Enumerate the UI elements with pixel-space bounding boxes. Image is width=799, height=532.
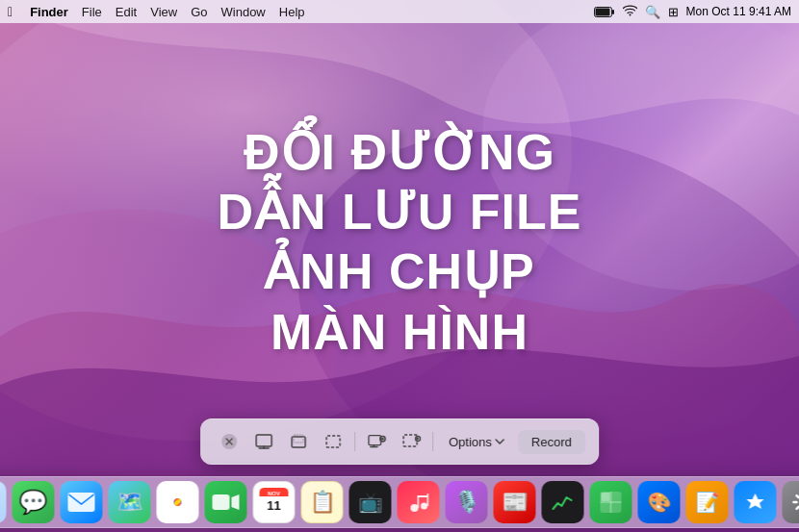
svg-rect-14 [294, 435, 303, 443]
svg-rect-69 [427, 494, 429, 506]
options-label: Options [449, 435, 492, 449]
dock-item-reminders[interactable]: 📋 [301, 481, 344, 523]
menubar-file[interactable]: File [82, 5, 102, 19]
main-content: ĐỔI ĐƯỜNG DẪN LƯU FILE ẢNH CHỤP MÀN HÌNH [200, 122, 600, 363]
svg-rect-70 [418, 495, 428, 497]
svg-rect-45 [68, 493, 95, 512]
capture-selection-icon [323, 432, 343, 451]
dock-item-calendar[interactable]: NOV 11 [253, 481, 296, 523]
capture-window-button[interactable] [283, 426, 314, 457]
headline: ĐỔI ĐƯỜNG DẪN LƯU FILE ẢNH CHỤP MÀN HÌNH [200, 122, 600, 363]
facetime-icon [213, 493, 240, 512]
capture-screen-button[interactable] [248, 426, 279, 457]
reminders-icon: 📋 [309, 490, 335, 515]
menubar-edit[interactable]: Edit [116, 5, 137, 19]
screenshot-toolbar: Options Record [200, 418, 599, 465]
photos-icon [164, 488, 193, 517]
capture-selection-button[interactable] [318, 426, 348, 457]
keynote-icon: 🎨 [647, 491, 671, 514]
dock-item-keynote[interactable]: 🎨 [638, 481, 681, 523]
dock-item-music[interactable] [398, 481, 440, 523]
search-icon[interactable]: 🔍 [645, 5, 660, 19]
messages-icon: 💬 [19, 489, 48, 516]
apple-logo-icon[interactable]:  [8, 4, 13, 19]
menubar-right: 🔍 ⊞ Mon Oct 11 9:41 AM [594, 5, 791, 19]
dock-item-podcasts[interactable]: 🎙️ [446, 481, 488, 523]
headline-line1: ĐỔI ĐƯỜNG DẪN LƯU FILE [218, 124, 582, 240]
stocks-icon [551, 490, 576, 515]
dock-item-numbers[interactable] [590, 481, 632, 523]
dock-item-news[interactable]: 📰 [494, 481, 536, 523]
close-toolbar-button[interactable] [214, 426, 245, 457]
svg-point-20 [381, 438, 384, 441]
systemprefs-icon [790, 489, 800, 516]
wifi-icon [623, 5, 637, 19]
podcasts-icon: 🎙️ [453, 490, 479, 515]
numbers-icon [599, 490, 624, 515]
menubar-window[interactable]: Window [221, 5, 266, 19]
svg-rect-74 [602, 493, 610, 501]
svg-rect-5 [612, 10, 614, 14]
menubar:  Finder File Edit View Go Window Help [0, 0, 799, 23]
menubar-left:  Finder File Edit View Go Window Help [8, 4, 305, 19]
svg-rect-21 [403, 435, 417, 446]
battery-icon [594, 7, 615, 17]
record-screen-icon [367, 432, 386, 451]
calendar-icon: NOV 11 [260, 488, 289, 517]
svg-text:11: 11 [267, 498, 280, 513]
menubar-help[interactable]: Help [279, 5, 305, 19]
menubar-view[interactable]: View [150, 5, 177, 19]
svg-text:NOV: NOV [268, 491, 280, 496]
dock-item-safari[interactable] [0, 481, 7, 523]
svg-point-23 [417, 438, 419, 440]
record-button[interactable]: Record [518, 430, 585, 454]
appstore-icon [743, 490, 768, 515]
svg-rect-10 [256, 435, 271, 446]
toolbar-divider1 [354, 432, 355, 451]
headline-line2: ẢNH CHỤP MÀN HÌNH [264, 244, 534, 360]
menubar-datetime[interactable]: Mon Oct 11 9:41 AM [686, 5, 791, 18]
capture-window-icon [289, 432, 308, 451]
svg-point-66 [411, 504, 419, 512]
mail-icon [68, 493, 95, 512]
svg-line-80 [797, 495, 799, 497]
record-screen-button[interactable] [361, 426, 392, 457]
dock-item-messages[interactable]: 💬 [13, 481, 55, 523]
toolbar-divider2 [432, 432, 433, 451]
dock-item-appletv[interactable]: 📺 [349, 481, 392, 523]
dock-item-mail[interactable] [61, 481, 103, 523]
svg-rect-16 [369, 436, 381, 445]
svg-rect-6 [595, 8, 609, 15]
svg-point-67 [421, 503, 427, 510]
dock-item-pages[interactable]: 📝 [686, 481, 729, 523]
dock-item-facetime[interactable] [205, 481, 247, 523]
appletv-icon: 📺 [358, 491, 382, 514]
svg-rect-15 [326, 436, 340, 447]
capture-screen-icon [254, 432, 273, 451]
menubar-app-name[interactable]: Finder [30, 5, 68, 19]
svg-rect-59 [213, 494, 230, 510]
chevron-down-icon [495, 439, 504, 444]
pages-icon: 📝 [695, 491, 719, 514]
close-icon [219, 432, 239, 451]
options-button[interactable]: Options [439, 430, 514, 454]
controlcenter-icon[interactable]: ⊞ [668, 5, 679, 19]
dock-item-systemprefs[interactable] [783, 481, 800, 523]
dock: 💬 🗺️ [0, 476, 799, 528]
record-label: Record [531, 435, 572, 449]
svg-line-83 [797, 507, 799, 509]
dock-item-maps[interactable]: 🗺️ [109, 481, 151, 523]
record-selection-icon [401, 432, 421, 451]
svg-marker-60 [232, 494, 240, 510]
music-icon [406, 490, 431, 515]
news-icon: 📰 [502, 490, 528, 515]
record-selection-button[interactable] [396, 426, 426, 457]
dock-item-appstore[interactable] [735, 481, 777, 523]
menubar-go[interactable]: Go [191, 5, 207, 19]
dock-item-photos[interactable] [157, 481, 199, 523]
maps-icon: 🗺️ [116, 490, 142, 515]
dock-item-stocks[interactable] [542, 481, 584, 523]
